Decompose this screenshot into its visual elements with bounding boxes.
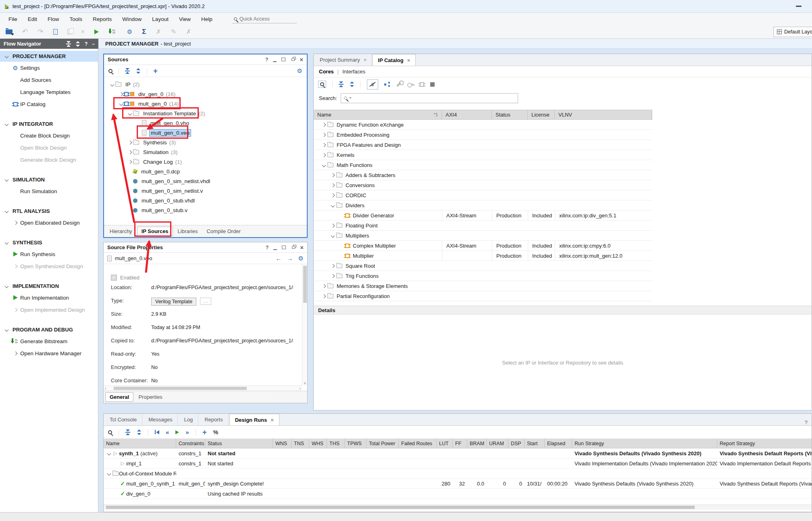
copy-icon[interactable] [67, 29, 71, 34]
chevron-right-icon[interactable] [128, 140, 132, 144]
back-arrow-icon[interactable]: ← [276, 255, 282, 262]
minimize-window-icon[interactable] [796, 6, 802, 7]
catalog-row-complex-multiplier[interactable]: Complex MultiplierAXI4-StreamProductionI… [314, 241, 652, 251]
float-icon[interactable] [292, 246, 295, 249]
chevron-down-icon[interactable] [110, 82, 114, 86]
catalog-row-square-root[interactable]: Square Root [314, 261, 652, 271]
flow-item-settings[interactable]: ⚙Settings [0, 62, 98, 74]
menu-reports[interactable]: Reports [87, 16, 117, 22]
bottom-tab-tcl-console[interactable]: Tcl Console [104, 414, 142, 425]
menu-file[interactable]: File [3, 16, 23, 22]
chevron-down-icon[interactable] [128, 111, 132, 115]
tree-item-change-log[interactable]: Change Log(1) [104, 157, 307, 167]
close-icon[interactable]: × [364, 57, 367, 63]
chevron-right-icon[interactable] [331, 274, 335, 278]
menu-window[interactable]: Window [117, 16, 147, 22]
horizontal-scrollbar[interactable] [104, 504, 812, 510]
forward-runs-icon[interactable]: » [185, 429, 189, 435]
default-layout-button[interactable]: Default Layout [773, 27, 812, 37]
column-header-total-power[interactable]: Total Power [366, 439, 399, 448]
expand-all-icon[interactable] [75, 41, 80, 47]
chevron-right-icon[interactable] [13, 308, 17, 312]
help-icon[interactable]: ? [265, 57, 268, 63]
settings-gear-icon[interactable]: ⚙ [298, 255, 304, 261]
catalog-row-dynamic-function-exchange[interactable]: Dynamic Function eXchange [314, 120, 652, 130]
minimize-icon[interactable] [273, 57, 277, 62]
tree-item-instantiation-template[interactable]: Instantiation Template(2) [104, 108, 307, 118]
column-header-wns[interactable]: WNS [273, 439, 291, 448]
menu-flow[interactable]: Flow [42, 16, 65, 22]
chevron-right-icon[interactable] [322, 133, 326, 137]
column-header-vlnv[interactable]: VLNV [555, 110, 652, 119]
tree-item-mult-gen-0-dcp[interactable]: mult_gen_0.dcp [104, 167, 307, 176]
collapse-all-icon[interactable] [66, 41, 71, 47]
chevron-down-icon[interactable] [5, 328, 9, 332]
column-header-constraints[interactable]: Constraints [176, 439, 205, 448]
type-select-button[interactable]: Verilog Template [151, 298, 196, 306]
chevron-right-icon[interactable] [331, 223, 335, 227]
column-header-report-strategy[interactable]: Report Strategy [717, 439, 812, 448]
catalog-row-conversions[interactable]: Conversions [314, 180, 652, 190]
chevron-down-icon[interactable] [5, 122, 9, 126]
catalog-row-math-functions[interactable]: Math Functions [314, 160, 652, 170]
tree-item-mult-gen-0-sim-netlist-vhdl[interactable]: mult_gen_0_sim_netlist.vhdl [104, 176, 307, 186]
menu-edit[interactable]: Edit [23, 16, 42, 22]
column-header-whs[interactable]: WHS [309, 439, 327, 448]
chevron-right-icon[interactable] [13, 221, 17, 225]
column-header-ths[interactable]: THS [327, 439, 345, 448]
sources-tab-ip-sources[interactable]: IP Sources [137, 227, 173, 236]
chevron-down-icon[interactable] [322, 163, 326, 167]
column-header-axi4[interactable]: AXI4 [442, 110, 492, 119]
chevron-down-icon[interactable] [5, 284, 9, 288]
flow-section-header-simulation[interactable]: SIMULATION [0, 174, 98, 185]
column-header-ff[interactable]: FF [453, 439, 467, 448]
launch-runs-icon[interactable] [175, 430, 179, 434]
close-icon[interactable]: × [300, 57, 303, 62]
collapse-all-icon[interactable] [339, 81, 344, 87]
run-icon[interactable] [94, 29, 99, 34]
chevron-right-icon[interactable] [13, 351, 17, 355]
properties-tab-general[interactable]: General [105, 392, 133, 402]
chevron-right-icon[interactable] [128, 150, 132, 154]
catalog-row-adders-subtracters[interactable]: Adders & Subtracters [314, 170, 652, 180]
chevron-right-icon[interactable] [331, 173, 335, 177]
help-icon[interactable]: ? [266, 245, 269, 250]
flow-item-run-simulation[interactable]: Run Simulation [0, 185, 98, 197]
tree-item-simulation[interactable]: Simulation(3) [104, 147, 307, 157]
catalog-row-dividers[interactable]: Dividers [314, 200, 652, 210]
chevron-right-icon[interactable] [13, 264, 17, 268]
chevron-right-icon[interactable] [322, 153, 326, 157]
add-repository-icon[interactable] [384, 82, 390, 87]
run-row-mult-gen-0-synth-1[interactable]: ✓mult_gen_0_synth_1mult_gen_0synth_desig… [104, 479, 812, 489]
flow-section-header-program-and-debug[interactable]: PROGRAM AND DEBUG [0, 324, 98, 335]
column-header-lut[interactable]: LUT [437, 439, 453, 448]
collapse-all-icon[interactable] [125, 429, 130, 435]
properties-tab-properties[interactable]: Properties [134, 393, 166, 401]
chevron-right-icon[interactable] [322, 294, 326, 298]
wrench-icon[interactable] [396, 82, 401, 87]
horizontal-scrollbar[interactable]: ‹› [104, 386, 302, 391]
column-header-elapsed[interactable]: Elapsed [545, 439, 572, 448]
open-project-icon[interactable] [6, 29, 12, 34]
flow-item-run-implementation[interactable]: Run Implementation [0, 292, 98, 304]
search-icon[interactable] [108, 69, 112, 73]
undo-icon[interactable]: ↶ [22, 29, 28, 35]
reset-runs-icon[interactable] [155, 430, 159, 434]
settings-gear-icon[interactable]: ⚙ [127, 29, 132, 35]
chevron-right-icon[interactable] [331, 193, 335, 197]
flow-item-open-hardware-manager[interactable]: Open Hardware Manager [0, 347, 98, 359]
column-header-license[interactable]: License [528, 110, 555, 119]
chevron-down-icon[interactable] [331, 203, 335, 207]
float-icon[interactable] [291, 58, 295, 61]
minimize-panel-icon[interactable]: – [92, 41, 95, 47]
flow-item-ip-catalog[interactable]: IP Catalog [0, 98, 98, 110]
menu-tools[interactable]: Tools [65, 16, 88, 22]
report-icon[interactable] [53, 29, 58, 35]
subtab-cores[interactable]: Cores [319, 69, 334, 75]
sources-tab-libraries[interactable]: Libraries [174, 227, 202, 235]
tree-item-mult-gen-0-stub-v[interactable]: mult_gen_0_stub.v [104, 205, 307, 215]
column-header-status[interactable]: Status [492, 110, 528, 119]
tree-item-synthesis[interactable]: Synthesis(3) [104, 138, 307, 147]
bottom-tab-messages[interactable]: Messages [143, 414, 178, 425]
doc-tab-ip-catalog[interactable]: IP Catalog× [372, 54, 416, 66]
